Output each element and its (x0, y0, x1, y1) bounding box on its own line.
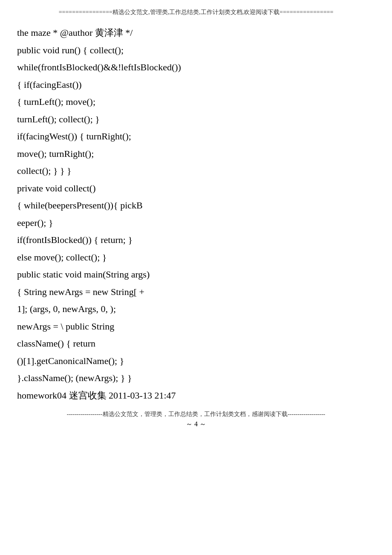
content-line: }.className(); (newArgs); } } (17, 370, 375, 387)
content-block: the maze * @author 黄泽津 */public void run… (17, 25, 375, 404)
content-line: { while(beepersPresent()){ pickB (17, 197, 375, 214)
page-number: ～ 4 ～ (17, 420, 375, 429)
content-line: the maze * @author 黄泽津 */ (17, 25, 375, 41)
content-line: { turnLeft(); move(); (17, 94, 375, 110)
content-line: public static void main(String args) (17, 266, 375, 283)
content-line: else move(); collect(); } (17, 249, 375, 266)
content-line: { String newArgs = new String[ + (17, 284, 375, 301)
footer-divider: ------------------精选公文范文，管理类，工作总结类，工作计划类… (17, 410, 375, 418)
content-line: ()[1].getCanonicalName(); } (17, 353, 375, 370)
content-line: { if(facingEast()) (17, 77, 375, 93)
content-line: newArgs = \ public String (17, 318, 375, 335)
header-divider: ================精选公文范文,管理类,工作总结类,工作计划类文档… (17, 9, 375, 16)
content-line: 1]; (args, 0, newArgs, 0, ); (17, 301, 375, 318)
content-line: if(facingWest()) { turnRight(); (17, 128, 375, 145)
content-line: className() { return (17, 335, 375, 352)
content-line: move(); turnRight(); (17, 146, 375, 162)
content-line: eeper(); } (17, 215, 375, 231)
content-line: while(frontIsBlocked()&&!leftIsBlocked()… (17, 59, 375, 76)
content-line: public void run() { collect(); (17, 42, 375, 59)
content-line: collect(); } } } (17, 163, 375, 179)
content-line: private void collect() (17, 180, 375, 197)
content-line: turnLeft(); collect(); } (17, 111, 375, 128)
content-line: if(frontIsBlocked()) { return; } (17, 232, 375, 249)
content-line: homework04 迷宫收集 2011-03-13 21:47 (17, 387, 375, 404)
